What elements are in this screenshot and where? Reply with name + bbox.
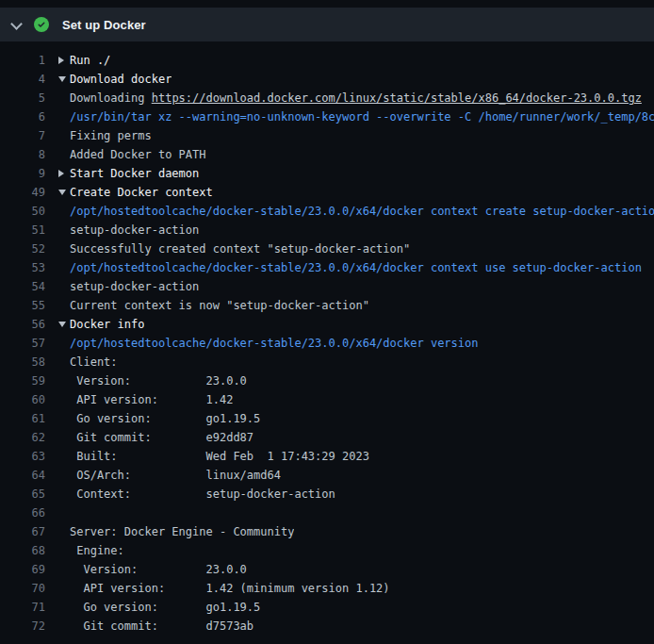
log-text-segment: Server: Docker Engine - Community xyxy=(70,525,294,538)
log-line: 70 API version: 1.42 (minimum version 1.… xyxy=(0,579,654,598)
chevron-right-icon[interactable] xyxy=(58,170,68,177)
log-group-line[interactable]: 4Download docker xyxy=(0,70,654,89)
log-line: 65 Context: setup-docker-action xyxy=(0,485,654,504)
log-text: Context: setup-docker-action xyxy=(70,487,335,501)
log-text: API version: 1.42 (minimum version 1.12) xyxy=(70,582,390,595)
log-line: 51setup-docker-action xyxy=(0,221,654,239)
log-text-segment: Client: xyxy=(70,355,118,369)
line-number[interactable]: 6 xyxy=(0,110,45,124)
line-number[interactable]: 57 xyxy=(0,337,45,350)
log-text-segment: Run ./ xyxy=(70,54,110,67)
line-number[interactable]: 60 xyxy=(0,393,45,406)
log-text-segment: Docker info xyxy=(70,318,144,331)
log-url-link[interactable]: https://download.docker.com/linux/static… xyxy=(152,91,642,105)
log-text: /opt/hostedtoolcache/docker-stable/23.0.… xyxy=(70,205,654,218)
log-text: setup-docker-action xyxy=(70,280,199,293)
line-number[interactable]: 52 xyxy=(0,242,45,256)
step-title: Set up Docker xyxy=(62,18,146,32)
line-number[interactable]: 50 xyxy=(0,205,45,218)
log-command-text: /opt/hostedtoolcache/docker-stable/23.0.… xyxy=(70,261,642,274)
line-number[interactable]: 9 xyxy=(0,167,45,180)
log-line: 7Fixing perms xyxy=(0,126,654,145)
log-line: 69 Version: 23.0.0 xyxy=(0,560,654,579)
line-number[interactable]: 59 xyxy=(0,374,45,388)
log-text: Version: 23.0.0 xyxy=(70,374,247,388)
log-text: Create Docker context xyxy=(70,186,213,199)
line-number[interactable]: 66 xyxy=(0,506,45,520)
success-check-icon xyxy=(34,17,49,32)
log-text-segment: Go version: go1.19.5 xyxy=(70,601,260,614)
line-number[interactable]: 71 xyxy=(0,601,45,614)
log-text: /opt/hostedtoolcache/docker-stable/23.0.… xyxy=(70,337,478,350)
log-text: Built: Wed Feb 1 17:43:29 2023 xyxy=(70,450,369,463)
chevron-down-icon[interactable] xyxy=(58,190,68,195)
line-number[interactable]: 54 xyxy=(0,280,45,293)
log-text: Start Docker daemon xyxy=(70,167,199,180)
log-text: Docker info xyxy=(70,318,144,331)
log-text-segment: Context: setup-docker-action xyxy=(70,487,335,501)
log-text-segment: setup-docker-action xyxy=(70,280,199,293)
chevron-down-icon[interactable] xyxy=(58,76,68,82)
line-number[interactable]: 7 xyxy=(0,129,45,142)
chevron-right-icon[interactable] xyxy=(58,57,68,64)
log-text: Current context is now "setup-docker-act… xyxy=(70,299,369,312)
log-line: 53/opt/hostedtoolcache/docker-stable/23.… xyxy=(0,258,654,277)
line-number[interactable]: 70 xyxy=(0,582,45,595)
log-text-segment: Create Docker context xyxy=(70,186,213,199)
log-line: 62 Git commit: e92dd87 xyxy=(0,428,654,447)
log-text: Git commit: d7573ab xyxy=(70,619,253,633)
log-text: Fixing perms xyxy=(70,129,152,142)
line-number[interactable]: 64 xyxy=(0,469,45,482)
log-text-segment: API version: 1.42 xyxy=(70,393,233,406)
line-number[interactable]: 55 xyxy=(0,299,45,312)
log-text-segment: Start Docker daemon xyxy=(70,167,199,180)
line-number[interactable]: 61 xyxy=(0,412,45,425)
line-number[interactable]: 4 xyxy=(0,73,45,86)
log-lines: 1Run ./4Download docker5Downloading http… xyxy=(0,41,654,636)
line-number[interactable]: 67 xyxy=(0,525,45,538)
line-number[interactable]: 1 xyxy=(0,54,45,67)
log-line: 71 Go version: go1.19.5 xyxy=(0,598,654,617)
log-group-line[interactable]: 56Docker info xyxy=(0,315,654,334)
chevron-down-icon[interactable] xyxy=(11,20,21,29)
log-line: 64 OS/Arch: linux/amd64 xyxy=(0,466,654,485)
log-line: 50/opt/hostedtoolcache/docker-stable/23.… xyxy=(0,202,654,221)
line-number[interactable]: 65 xyxy=(0,487,45,501)
log-group-line[interactable]: 1Run ./ xyxy=(0,51,654,70)
log-line: 6/usr/bin/tar xz --warning=no-unknown-ke… xyxy=(0,107,654,126)
log-line: 5Downloading https://download.docker.com… xyxy=(0,89,654,107)
log-text: setup-docker-action xyxy=(70,223,199,237)
line-number[interactable]: 68 xyxy=(0,544,45,557)
log-text: /usr/bin/tar xz --warning=no-unknown-key… xyxy=(70,110,654,124)
line-number[interactable]: 8 xyxy=(0,148,45,161)
log-text-segment: Built: Wed Feb 1 17:43:29 2023 xyxy=(70,450,369,463)
log-text-segment: Go version: go1.19.5 xyxy=(70,412,260,425)
log-text: Added Docker to PATH xyxy=(70,148,206,161)
log-text-segment: Version: 23.0.0 xyxy=(70,563,247,576)
line-number[interactable]: 51 xyxy=(0,223,45,237)
log-line: 60 API version: 1.42 xyxy=(0,390,654,409)
log-text: Go version: go1.19.5 xyxy=(70,412,260,425)
line-number[interactable]: 53 xyxy=(0,261,45,274)
line-number[interactable]: 69 xyxy=(0,563,45,576)
log-line: 54setup-docker-action xyxy=(0,277,654,296)
log-line: 52Successfully created context "setup-do… xyxy=(0,239,654,258)
log-group-line[interactable]: 9Start Docker daemon xyxy=(0,164,654,183)
line-number[interactable]: 56 xyxy=(0,318,45,331)
log-line: 63 Built: Wed Feb 1 17:43:29 2023 xyxy=(0,447,654,466)
line-number[interactable]: 63 xyxy=(0,450,45,463)
chevron-down-icon[interactable] xyxy=(58,322,68,327)
line-number[interactable]: 72 xyxy=(0,619,45,633)
log-text-segment: Downloading xyxy=(70,91,152,105)
step-header[interactable]: Set up Docker xyxy=(0,8,654,41)
log-text-segment: API version: 1.42 (minimum version 1.12) xyxy=(70,582,390,595)
log-line: 66 xyxy=(0,504,654,522)
line-number[interactable]: 49 xyxy=(0,186,45,199)
actions-log-viewer: Set up Docker 1Run ./4Download docker5Do… xyxy=(0,0,654,644)
log-group-line[interactable]: 49Create Docker context xyxy=(0,183,654,202)
log-text-segment: setup-docker-action xyxy=(70,223,199,237)
line-number[interactable]: 62 xyxy=(0,431,45,444)
log-text-segment: Successfully created context "setup-dock… xyxy=(70,242,410,256)
line-number[interactable]: 58 xyxy=(0,355,45,369)
line-number[interactable]: 5 xyxy=(0,91,45,105)
